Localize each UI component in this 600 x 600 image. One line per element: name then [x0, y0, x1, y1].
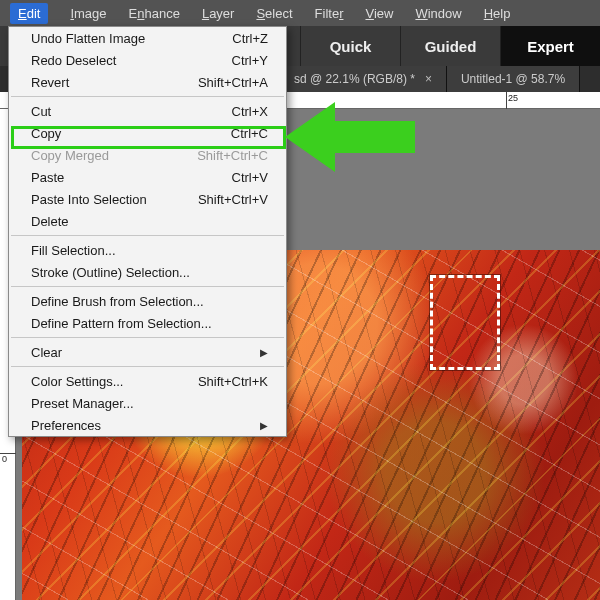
- menu-item-clear[interactable]: Clear ▶: [9, 341, 286, 363]
- selection-marquee[interactable]: [430, 275, 500, 370]
- ruler-tick-label: 0: [2, 454, 7, 464]
- menu-item-label: Define Brush from Selection...: [31, 294, 204, 309]
- menu-item-label: Copy: [31, 126, 61, 141]
- menu-item-accel: Ctrl+V: [232, 170, 268, 185]
- menu-separator: [11, 286, 284, 287]
- menu-separator: [11, 366, 284, 367]
- menu-image[interactable]: Image: [70, 6, 106, 21]
- menu-separator: [11, 337, 284, 338]
- menu-item-label: Define Pattern from Selection...: [31, 316, 212, 331]
- menu-item-label: Clear: [31, 345, 62, 360]
- menu-item-color-settings[interactable]: Color Settings... Shift+Ctrl+K: [9, 370, 286, 392]
- menu-item-copy-merged: Copy Merged Shift+Ctrl+C: [9, 144, 286, 166]
- menu-edit[interactable]: Edit: [10, 3, 48, 24]
- menu-item-label: Preferences: [31, 418, 101, 433]
- close-icon[interactable]: ×: [425, 72, 432, 86]
- menu-item-label: Paste: [31, 170, 64, 185]
- menu-item-accel: Shift+Ctrl+K: [198, 374, 268, 389]
- menu-item-accel: Ctrl+Y: [232, 53, 268, 68]
- doc-tab-2-label: Untitled-1 @ 58.7%: [461, 72, 565, 86]
- menu-item-paste-into[interactable]: Paste Into Selection Shift+Ctrl+V: [9, 188, 286, 210]
- menu-item-accel: Shift+Ctrl+C: [197, 148, 268, 163]
- menu-separator: [11, 235, 284, 236]
- menu-item-label: Paste Into Selection: [31, 192, 147, 207]
- menu-filter[interactable]: Filter: [315, 6, 344, 21]
- menu-window[interactable]: Window: [415, 6, 461, 21]
- menu-item-fill[interactable]: Fill Selection...: [9, 239, 286, 261]
- menu-item-accel: Ctrl+C: [231, 126, 268, 141]
- menu-item-preset-manager[interactable]: Preset Manager...: [9, 392, 286, 414]
- menu-item-delete[interactable]: Delete: [9, 210, 286, 232]
- menu-item-accel: Ctrl+Z: [232, 31, 268, 46]
- menu-view[interactable]: View: [365, 6, 393, 21]
- menu-item-stroke[interactable]: Stroke (Outline) Selection...: [9, 261, 286, 283]
- tab-guided[interactable]: Guided: [400, 26, 500, 66]
- doc-tab-2[interactable]: Untitled-1 @ 58.7%: [447, 66, 580, 92]
- menu-separator: [11, 96, 284, 97]
- menu-item-revert[interactable]: Revert Shift+Ctrl+A: [9, 71, 286, 93]
- menu-item-paste[interactable]: Paste Ctrl+V: [9, 166, 286, 188]
- menu-item-label: Undo Flatten Image: [31, 31, 145, 46]
- menu-item-label: Fill Selection...: [31, 243, 116, 258]
- submenu-arrow-icon: ▶: [260, 347, 268, 358]
- menu-item-label: Revert: [31, 75, 69, 90]
- menu-item-define-pattern[interactable]: Define Pattern from Selection...: [9, 312, 286, 334]
- menu-item-label: Preset Manager...: [31, 396, 134, 411]
- menubar: Edit Image Enhance Layer Select Filter V…: [0, 0, 600, 26]
- menu-help[interactable]: Help: [484, 6, 511, 21]
- tab-quick[interactable]: Quick: [300, 26, 400, 66]
- doc-tab-1[interactable]: sd @ 22.1% (RGB/8) * ×: [280, 66, 447, 92]
- menu-item-define-brush[interactable]: Define Brush from Selection...: [9, 290, 286, 312]
- menu-item-accel: Shift+Ctrl+V: [198, 192, 268, 207]
- menu-item-preferences[interactable]: Preferences ▶: [9, 414, 286, 436]
- menu-item-copy[interactable]: Copy Ctrl+C: [9, 122, 286, 144]
- submenu-arrow-icon: ▶: [260, 420, 268, 431]
- ruler-tick-label: 25: [508, 93, 518, 103]
- menu-layer[interactable]: Layer: [202, 6, 235, 21]
- menu-item-label: Copy Merged: [31, 148, 109, 163]
- menu-item-label: Color Settings...: [31, 374, 124, 389]
- annotation-arrow-icon: [285, 102, 415, 172]
- edit-dropdown: Undo Flatten Image Ctrl+Z Redo Deselect …: [8, 26, 287, 437]
- menu-select[interactable]: Select: [256, 6, 292, 21]
- menu-item-label: Cut: [31, 104, 51, 119]
- menu-item-label: Redo Deselect: [31, 53, 116, 68]
- menu-item-cut[interactable]: Cut Ctrl+X: [9, 100, 286, 122]
- doc-tab-1-label: sd @ 22.1% (RGB/8) *: [294, 72, 415, 86]
- menu-enhance[interactable]: Enhance: [129, 6, 180, 21]
- menu-item-accel: Ctrl+X: [232, 104, 268, 119]
- menu-item-label: Stroke (Outline) Selection...: [31, 265, 190, 280]
- menu-item-label: Delete: [31, 214, 69, 229]
- menu-item-undo[interactable]: Undo Flatten Image Ctrl+Z: [9, 27, 286, 49]
- tab-expert[interactable]: Expert: [500, 26, 600, 66]
- menu-item-redo[interactable]: Redo Deselect Ctrl+Y: [9, 49, 286, 71]
- menu-item-accel: Shift+Ctrl+A: [198, 75, 268, 90]
